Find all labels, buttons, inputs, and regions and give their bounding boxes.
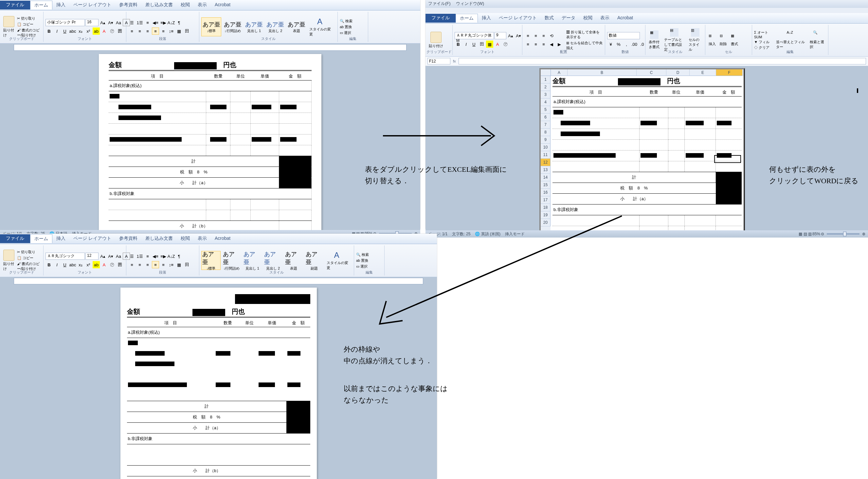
insert-cells-button[interactable]: ⊞挿入 bbox=[707, 33, 717, 47]
col-B[interactable]: B bbox=[567, 69, 637, 76]
menu-home[interactable]: ホーム bbox=[456, 14, 478, 23]
highlight-button[interactable]: ab bbox=[93, 28, 100, 35]
menu-home[interactable]: ホーム bbox=[30, 234, 52, 243]
subscript-button[interactable]: x₂ bbox=[77, 28, 84, 35]
merge-center-button[interactable]: ⊞ セルを結合して中央揃え bbox=[566, 40, 603, 51]
comma-button[interactable]: , bbox=[623, 40, 630, 48]
change-styles-button[interactable]: Aスタイルの変更 bbox=[326, 250, 352, 271]
align-center[interactable]: ≡ bbox=[532, 40, 539, 48]
formula-input[interactable] bbox=[459, 58, 866, 64]
bold-button[interactable]: B bbox=[455, 40, 462, 48]
paste-button[interactable]: 貼り付け bbox=[2, 249, 16, 272]
menu-file[interactable]: ファイル bbox=[0, 234, 30, 243]
indent-inc[interactable]: ▶ bbox=[556, 40, 563, 48]
replace-button[interactable]: ab 置換 bbox=[340, 25, 352, 29]
find-button[interactable]: 🔍 検索 bbox=[340, 19, 352, 24]
menu-formula[interactable]: 数式 bbox=[541, 14, 558, 23]
indent-dec-button[interactable]: ◀≡ bbox=[152, 19, 159, 26]
font-name-select[interactable]: ＡＲ丸ゴシック bbox=[45, 253, 85, 260]
enclose-button[interactable]: 囲 bbox=[116, 28, 123, 35]
fill-button[interactable]: ▼ フィル bbox=[754, 40, 773, 44]
cell-style-button[interactable]: ▥セルのスタイル bbox=[687, 28, 703, 53]
sort-filter-button[interactable]: A↓Z並べ替えとフィルター bbox=[775, 30, 807, 50]
grow-font-button[interactable]: A▴ bbox=[507, 32, 514, 39]
ruler[interactable] bbox=[14, 278, 423, 284]
shrink-font-button[interactable]: A▾ bbox=[107, 19, 114, 26]
font-name-select[interactable]: 小塚ゴシック Pr bbox=[45, 19, 85, 26]
sort-button[interactable]: A↓Z bbox=[167, 19, 175, 26]
align-bot[interactable]: ≡ bbox=[540, 32, 547, 39]
justify-button[interactable]: ≡ bbox=[152, 28, 159, 35]
percent-button[interactable]: % bbox=[615, 40, 622, 48]
multilevel-button[interactable]: ≡ bbox=[144, 19, 151, 26]
strike-button[interactable]: abc bbox=[69, 28, 76, 35]
paste-button[interactable]: 貼り付け bbox=[2, 15, 16, 38]
menu-file[interactable]: ファイル bbox=[0, 1, 30, 9]
conditional-format-button[interactable]: ▦条件付き書式 bbox=[647, 30, 661, 50]
number-format-select[interactable]: 数値 bbox=[607, 32, 640, 39]
style-normal[interactable]: あア亜↓標準 bbox=[201, 17, 221, 36]
col-A[interactable]: A bbox=[551, 69, 567, 76]
align-left[interactable]: ≡ bbox=[524, 40, 531, 48]
window-menu[interactable]: ウィンドウ(W) bbox=[456, 1, 484, 6]
shading-button[interactable]: ▦ bbox=[176, 28, 183, 35]
embedded-excel-table[interactable]: 金額 円也 項 目 数量 単位 単価 金 額 a.課税対象(税込) bbox=[108, 61, 312, 230]
fill-color-button[interactable]: ▦ bbox=[486, 40, 493, 48]
menu-layout[interactable]: ページ レイアウト bbox=[495, 14, 541, 23]
menu-review[interactable]: 校閲 bbox=[177, 1, 194, 9]
menu-view[interactable]: 表示 bbox=[596, 14, 613, 23]
zoom-in-button[interactable]: ⊕ bbox=[862, 232, 865, 236]
autosum-button[interactable]: Σ オート SUM bbox=[754, 30, 773, 39]
line-spacing-button[interactable]: ↕≡ bbox=[167, 28, 175, 35]
font-size-select[interactable]: 16 bbox=[86, 19, 98, 26]
sheet-cells[interactable]: 金額 円也 項 目数量単位単価金 額 a.課税対象(税込) bbox=[551, 76, 744, 230]
borders-button[interactable]: 田 bbox=[478, 40, 486, 48]
align-top[interactable]: ≡ bbox=[524, 32, 531, 39]
indent-dec[interactable]: ◀ bbox=[548, 40, 555, 48]
align-right[interactable]: ≡ bbox=[540, 40, 547, 48]
col-E[interactable]: E bbox=[690, 69, 716, 76]
zoom-out-button[interactable]: ⊖ bbox=[821, 232, 824, 236]
menu-home[interactable]: ホーム bbox=[30, 1, 52, 9]
find-select-button[interactable]: 🔍検索と選択 bbox=[808, 30, 826, 50]
change-case-button[interactable]: Aa bbox=[115, 19, 122, 26]
font-name-select[interactable]: ＡＲＰ丸ゴシック体M bbox=[455, 32, 494, 39]
underline-button[interactable]: U bbox=[61, 28, 68, 35]
menu-layout[interactable]: ページ レイアウト bbox=[69, 1, 115, 9]
grow-font-button[interactable]: A▴ bbox=[99, 19, 106, 26]
shrink-font-button[interactable]: A▾ bbox=[515, 32, 522, 39]
menu-acrobat[interactable]: Acrobat bbox=[211, 1, 234, 9]
menu-file[interactable]: ファイル bbox=[426, 14, 456, 23]
bullets-button[interactable]: ☰ bbox=[128, 19, 135, 26]
ruler[interactable] bbox=[14, 44, 406, 51]
currency-button[interactable]: ¥ bbox=[607, 40, 614, 48]
align-right-button[interactable]: ≡ bbox=[144, 28, 151, 35]
superscript-button[interactable]: x² bbox=[85, 28, 92, 35]
align-left-button[interactable]: ≡ bbox=[128, 28, 135, 35]
ruby-button[interactable]: ㋐ bbox=[108, 28, 116, 35]
align-mid[interactable]: ≡ bbox=[532, 32, 539, 39]
ruby-button[interactable]: ㋐ bbox=[502, 40, 509, 48]
show-marks-button[interactable]: ¶ bbox=[176, 19, 183, 26]
style-normal[interactable]: あア亜↓標準 bbox=[201, 251, 221, 270]
indent-inc-button[interactable]: ≡▶ bbox=[160, 19, 167, 26]
document-area[interactable]: 金額 円也 項 目 数量 単位 単価 金 額 a.課税対象(税込) bbox=[0, 51, 420, 230]
underline-button[interactable]: U bbox=[470, 40, 477, 48]
menu-insert[interactable]: 挿入 bbox=[52, 1, 69, 9]
zoom-slider[interactable] bbox=[827, 233, 860, 234]
menu-review[interactable]: 校閲 bbox=[177, 234, 194, 243]
italic-button[interactable]: I bbox=[463, 40, 470, 48]
dec-decimal-button[interactable]: .0 bbox=[639, 40, 646, 48]
menu-mailings[interactable]: 差し込み文書 bbox=[142, 1, 177, 9]
orientation[interactable]: ⟲ bbox=[548, 32, 555, 39]
menu-acrobat[interactable]: Acrobat bbox=[211, 234, 234, 243]
col-C[interactable]: C bbox=[637, 69, 666, 76]
col-D[interactable]: D bbox=[666, 69, 690, 76]
menu-mailings[interactable]: 差し込み文書 bbox=[142, 234, 177, 243]
menu-insert[interactable]: 挿入 bbox=[52, 234, 69, 243]
italic-button[interactable]: I bbox=[53, 28, 61, 35]
numbering-button[interactable]: 1☰ bbox=[136, 19, 143, 26]
style-title[interactable]: あア亜表題 bbox=[287, 17, 307, 36]
document-area[interactable]: 金額 円也 項 目数量単位単価金 額 a.課税対象(税込) 計 税 額 8 % … bbox=[0, 285, 437, 479]
format-cells-button[interactable]: ▦書式 bbox=[730, 33, 739, 47]
